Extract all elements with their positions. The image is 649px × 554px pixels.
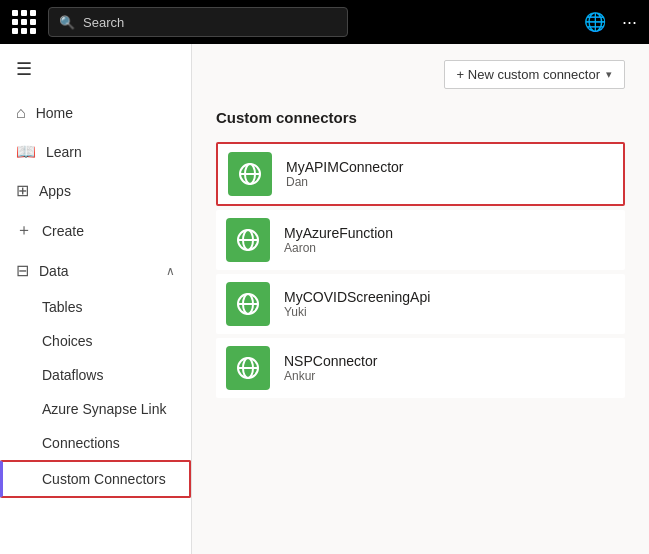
search-input[interactable] — [83, 15, 337, 30]
data-sub-items: Tables Choices Dataflows Azure Synapse L… — [0, 290, 191, 498]
connector-item-myapim[interactable]: MyAPIMConnector Dan — [216, 142, 625, 206]
sidebar-sub-item-custom-connectors[interactable]: Custom Connectors — [0, 460, 191, 498]
dataflows-label: Dataflows — [42, 367, 103, 383]
mycovid-connector-author: Yuki — [284, 305, 430, 319]
myazure-connector-info: MyAzureFunction Aaron — [284, 225, 393, 255]
new-connector-chevron-icon: ▾ — [606, 68, 612, 81]
mycovid-connector-icon — [226, 282, 270, 326]
connections-label: Connections — [42, 435, 120, 451]
myazure-connector-author: Aaron — [284, 241, 393, 255]
sidebar: ☰ ⌂ Home 📖 Learn ⊞ Apps ＋ Create ⊟ Data … — [0, 44, 192, 554]
myapim-connector-name: MyAPIMConnector — [286, 159, 403, 175]
azure-synapse-label: Azure Synapse Link — [42, 401, 167, 417]
connector-item-mycovid[interactable]: MyCOVIDScreeningApi Yuki — [216, 274, 625, 334]
topbar: 🔍 🌐 ··· — [0, 0, 649, 44]
connector-list: MyAPIMConnector Dan MyAzureFunction Aaro… — [216, 142, 625, 398]
connector-item-nsp[interactable]: NSPConnector Ankur — [216, 338, 625, 398]
search-icon: 🔍 — [59, 15, 75, 30]
choices-label: Choices — [42, 333, 93, 349]
mycovid-connector-info: MyCOVIDScreeningApi Yuki — [284, 289, 430, 319]
sidebar-sub-item-tables[interactable]: Tables — [0, 290, 191, 324]
custom-connectors-label: Custom Connectors — [42, 471, 166, 487]
sidebar-item-create-label: Create — [42, 223, 84, 239]
content-area: + New custom connector ▾ Custom connecto… — [192, 44, 649, 554]
sidebar-sub-item-choices[interactable]: Choices — [0, 324, 191, 358]
mycovid-connector-name: MyCOVIDScreeningApi — [284, 289, 430, 305]
data-icon: ⊟ — [16, 261, 29, 280]
home-icon: ⌂ — [16, 104, 26, 122]
nsp-connector-icon — [226, 346, 270, 390]
new-custom-connector-button[interactable]: + New custom connector ▾ — [444, 60, 625, 89]
nsp-connector-name: NSPConnector — [284, 353, 377, 369]
data-chevron-icon: ∧ — [166, 264, 175, 278]
myazure-connector-icon — [226, 218, 270, 262]
app-launcher-icon[interactable] — [12, 10, 36, 34]
myapim-connector-icon — [228, 152, 272, 196]
search-bar[interactable]: 🔍 — [48, 7, 348, 37]
connector-item-myazure[interactable]: MyAzureFunction Aaron — [216, 210, 625, 270]
myapim-connector-info: MyAPIMConnector Dan — [286, 159, 403, 189]
sidebar-sub-item-azure-synapse[interactable]: Azure Synapse Link — [0, 392, 191, 426]
more-options-icon[interactable]: ··· — [622, 12, 637, 33]
sidebar-item-create[interactable]: ＋ Create — [0, 210, 191, 251]
main-layout: ☰ ⌂ Home 📖 Learn ⊞ Apps ＋ Create ⊟ Data … — [0, 44, 649, 554]
content-topbar: + New custom connector ▾ — [216, 60, 625, 89]
sidebar-sub-item-dataflows[interactable]: Dataflows — [0, 358, 191, 392]
section-title: Custom connectors — [216, 109, 625, 126]
sidebar-item-learn[interactable]: 📖 Learn — [0, 132, 191, 171]
nsp-connector-author: Ankur — [284, 369, 377, 383]
myapim-connector-author: Dan — [286, 175, 403, 189]
hamburger-menu[interactable]: ☰ — [0, 44, 191, 94]
learn-icon: 📖 — [16, 142, 36, 161]
create-icon: ＋ — [16, 220, 32, 241]
sidebar-item-data-label: Data — [39, 263, 69, 279]
topbar-right: 🌐 ··· — [584, 11, 637, 33]
apps-icon: ⊞ — [16, 181, 29, 200]
sidebar-item-home[interactable]: ⌂ Home — [0, 94, 191, 132]
sidebar-item-apps-label: Apps — [39, 183, 71, 199]
sidebar-item-apps[interactable]: ⊞ Apps — [0, 171, 191, 210]
tables-label: Tables — [42, 299, 82, 315]
myazure-connector-name: MyAzureFunction — [284, 225, 393, 241]
globe-icon[interactable]: 🌐 — [584, 11, 606, 33]
sidebar-sub-item-connections[interactable]: Connections — [0, 426, 191, 460]
nsp-connector-info: NSPConnector Ankur — [284, 353, 377, 383]
sidebar-item-data[interactable]: ⊟ Data ∧ — [0, 251, 191, 290]
sidebar-item-home-label: Home — [36, 105, 73, 121]
sidebar-item-learn-label: Learn — [46, 144, 82, 160]
new-connector-label: + New custom connector — [457, 67, 600, 82]
